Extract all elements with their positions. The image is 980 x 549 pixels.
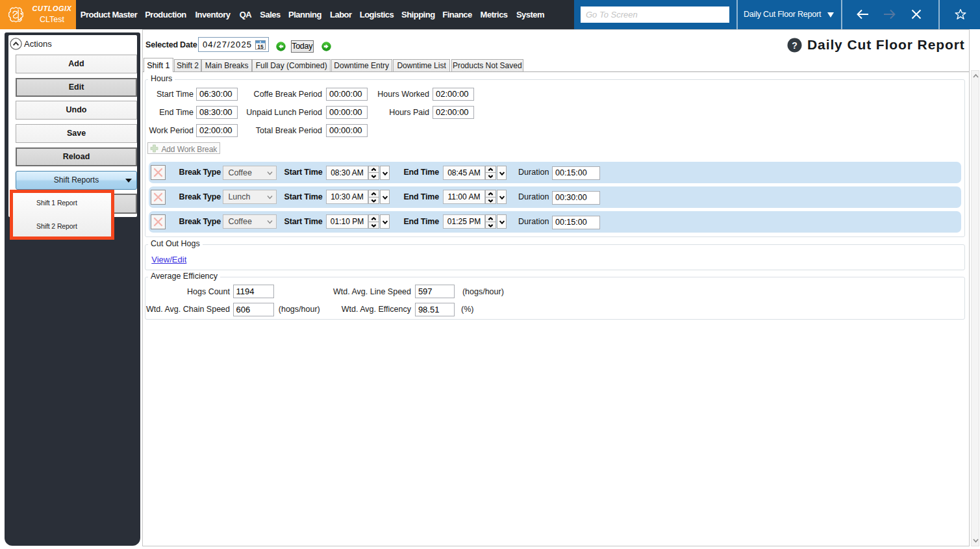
svg-text:?: ? bbox=[792, 40, 798, 51]
svg-text:15: 15 bbox=[257, 44, 264, 50]
